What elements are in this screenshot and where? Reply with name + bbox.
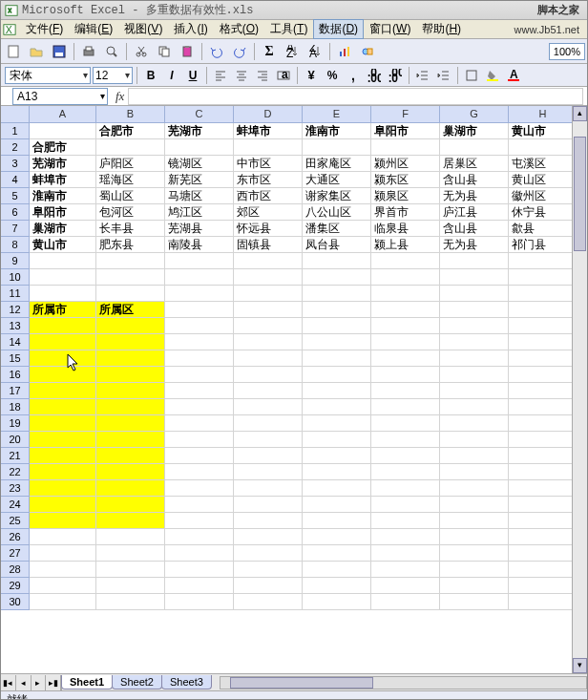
tab-last-icon[interactable]: ▸▮ bbox=[46, 675, 61, 690]
cell-D24[interactable] bbox=[234, 497, 303, 513]
drawing-icon[interactable] bbox=[357, 41, 378, 62]
cell-H28[interactable] bbox=[509, 562, 578, 578]
cell-G27[interactable] bbox=[440, 545, 509, 562]
cell-A18[interactable] bbox=[30, 399, 96, 415]
row-header-18[interactable]: 18 bbox=[1, 399, 30, 415]
row-header-1[interactable]: 1 bbox=[1, 123, 30, 139]
cell-F27[interactable] bbox=[371, 545, 440, 562]
menu-帮助[interactable]: 帮助(H) bbox=[416, 19, 467, 39]
decrease-decimal-icon[interactable]: .00.0 bbox=[386, 66, 405, 85]
cell-C7[interactable]: 芜湖县 bbox=[165, 221, 234, 237]
percent-icon[interactable]: % bbox=[323, 66, 342, 85]
cell-E25[interactable] bbox=[303, 513, 371, 529]
sheet-tab-Sheet1[interactable]: Sheet1 bbox=[61, 675, 113, 689]
row-header-3[interactable]: 3 bbox=[1, 156, 30, 172]
cell-C19[interactable] bbox=[165, 415, 234, 432]
save-icon[interactable] bbox=[49, 41, 70, 62]
cell-G15[interactable] bbox=[440, 350, 509, 367]
cell-D17[interactable] bbox=[234, 383, 303, 399]
row-header-8[interactable]: 8 bbox=[1, 237, 30, 253]
row-header-21[interactable]: 21 bbox=[1, 448, 30, 464]
align-center-icon[interactable] bbox=[232, 66, 251, 85]
cell-F28[interactable] bbox=[371, 562, 440, 578]
cell-A23[interactable] bbox=[30, 480, 96, 497]
increase-indent-icon[interactable] bbox=[434, 66, 453, 85]
scroll-up-icon[interactable]: ▴ bbox=[573, 106, 587, 121]
cell-C22[interactable] bbox=[165, 464, 234, 480]
cell-E13[interactable] bbox=[303, 318, 371, 334]
cell-B17[interactable] bbox=[96, 383, 165, 399]
decrease-indent-icon[interactable] bbox=[413, 66, 432, 85]
cell-G16[interactable] bbox=[440, 367, 509, 383]
cell-F8[interactable]: 颍上县 bbox=[371, 237, 440, 253]
sort-desc-icon[interactable]: ZA bbox=[304, 41, 326, 62]
cell-F25[interactable] bbox=[371, 513, 440, 529]
menu-文件[interactable]: 文件(F) bbox=[20, 19, 69, 39]
cell-B30[interactable] bbox=[96, 594, 165, 610]
menu-格式[interactable]: 格式(O) bbox=[214, 19, 264, 39]
paste-icon[interactable] bbox=[177, 41, 198, 62]
cell-B27[interactable] bbox=[96, 545, 165, 562]
cell-A28[interactable] bbox=[30, 562, 96, 578]
row-header-27[interactable]: 27 bbox=[1, 545, 30, 562]
zoom-dropdown[interactable]: 100% bbox=[549, 43, 585, 60]
cell-E8[interactable]: 凤台县 bbox=[303, 237, 371, 253]
cell-D30[interactable] bbox=[234, 594, 303, 610]
row-header-9[interactable]: 9 bbox=[1, 253, 30, 269]
cell-E3[interactable]: 田家庵区 bbox=[303, 156, 371, 172]
sheet-tab-Sheet3[interactable]: Sheet3 bbox=[161, 675, 212, 689]
cell-C27[interactable] bbox=[165, 545, 234, 562]
row-header-15[interactable]: 15 bbox=[1, 350, 30, 367]
cell-C29[interactable] bbox=[165, 578, 234, 594]
font-color-icon[interactable]: A bbox=[504, 66, 523, 85]
cell-G4[interactable]: 含山县 bbox=[440, 172, 509, 188]
cell-C4[interactable]: 新芜区 bbox=[165, 172, 234, 188]
cell-B21[interactable] bbox=[96, 448, 165, 464]
cell-H12[interactable] bbox=[509, 302, 578, 318]
cell-H2[interactable] bbox=[509, 139, 578, 156]
cell-G3[interactable]: 居巢区 bbox=[440, 156, 509, 172]
cell-H25[interactable] bbox=[509, 513, 578, 529]
cell-E12[interactable] bbox=[303, 302, 371, 318]
menu-窗口[interactable]: 窗口(W) bbox=[364, 19, 416, 39]
cell-E21[interactable] bbox=[303, 448, 371, 464]
cell-D14[interactable] bbox=[234, 334, 303, 350]
cell-D11[interactable] bbox=[234, 286, 303, 302]
cell-A14[interactable] bbox=[30, 334, 96, 350]
row-header-24[interactable]: 24 bbox=[1, 497, 30, 513]
cell-B4[interactable]: 瑶海区 bbox=[96, 172, 165, 188]
cell-G13[interactable] bbox=[440, 318, 509, 334]
cell-G20[interactable] bbox=[440, 432, 509, 448]
cell-F17[interactable] bbox=[371, 383, 440, 399]
cell-E15[interactable] bbox=[303, 350, 371, 367]
row-header-23[interactable]: 23 bbox=[1, 480, 30, 497]
cell-D21[interactable] bbox=[234, 448, 303, 464]
cell-G26[interactable] bbox=[440, 529, 509, 545]
cell-D28[interactable] bbox=[234, 562, 303, 578]
redo-icon[interactable] bbox=[229, 41, 250, 62]
cell-C16[interactable] bbox=[165, 367, 234, 383]
cell-G30[interactable] bbox=[440, 594, 509, 610]
cell-B8[interactable]: 肥东县 bbox=[96, 237, 165, 253]
cell-B5[interactable]: 蜀山区 bbox=[96, 188, 165, 204]
cell-F30[interactable] bbox=[371, 594, 440, 610]
cell-F7[interactable]: 临泉县 bbox=[371, 221, 440, 237]
cell-E7[interactable]: 潘集区 bbox=[303, 221, 371, 237]
cell-G28[interactable] bbox=[440, 562, 509, 578]
col-header-C[interactable]: C bbox=[165, 106, 234, 122]
cell-E10[interactable] bbox=[303, 269, 371, 286]
cell-D10[interactable] bbox=[234, 269, 303, 286]
cell-B23[interactable] bbox=[96, 480, 165, 497]
preview-icon[interactable] bbox=[101, 41, 122, 62]
select-all-button[interactable] bbox=[1, 106, 30, 122]
cell-B6[interactable]: 包河区 bbox=[96, 204, 165, 221]
cell-F6[interactable]: 界首市 bbox=[371, 204, 440, 221]
col-header-B[interactable]: B bbox=[96, 106, 165, 122]
cell-A25[interactable] bbox=[30, 513, 96, 529]
cell-H4[interactable]: 黄山区 bbox=[509, 172, 578, 188]
cell-B2[interactable] bbox=[96, 139, 165, 156]
cell-C20[interactable] bbox=[165, 432, 234, 448]
cell-C18[interactable] bbox=[165, 399, 234, 415]
cell-H6[interactable]: 休宁县 bbox=[509, 204, 578, 221]
cell-C23[interactable] bbox=[165, 480, 234, 497]
